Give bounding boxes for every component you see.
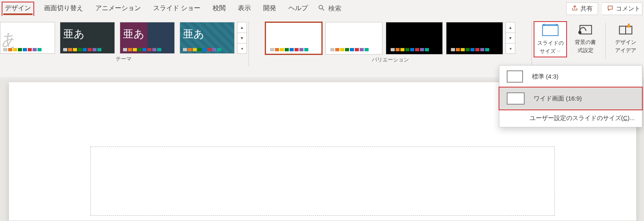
content-placeholder[interactable]	[90, 147, 555, 216]
theme-swatches	[183, 48, 221, 51]
format-background-label-1: 背景の書	[575, 39, 596, 46]
tab-animations[interactable]: アニメーション	[93, 2, 143, 16]
group-themes-label: テーマ	[116, 54, 132, 63]
svg-point-7	[579, 31, 581, 34]
theme-thumb[interactable]: 亜あ	[180, 22, 235, 54]
slide-size-widescreen-label: ワイド画面 (16:9)	[534, 95, 582, 103]
svg-rect-2	[543, 26, 558, 36]
tab-review[interactable]: 校閲	[210, 2, 228, 16]
variation-thumb[interactable]	[325, 22, 382, 55]
design-ideas-icon	[616, 23, 635, 38]
slide-size-standard-icon	[507, 70, 523, 83]
theme-scroll-down[interactable]: ▼	[237, 33, 247, 43]
svg-point-0	[319, 5, 323, 9]
topbar-right-buttons: 共有 コメント	[566, 2, 642, 15]
slide-size-button[interactable]: スライドの サイズ ﹀	[534, 21, 567, 57]
slide-size-custom[interactable]: ユーザー設定のスライドのサイズ(C)...	[499, 109, 642, 127]
theme-thumb[interactable]: 亜あ	[120, 22, 175, 54]
comment-icon	[607, 5, 613, 13]
share-label: 共有	[580, 5, 593, 13]
variation-swatches	[330, 48, 369, 51]
slide-size-standard-label: 標準 (4:3)	[532, 73, 558, 81]
format-background-label-2: 式設定	[578, 47, 593, 54]
slide-size-icon	[541, 24, 560, 39]
variation-gallery-scroll: ▲ ▼ ▾	[506, 22, 515, 54]
theme-thumb[interactable]: 亜あ	[60, 22, 115, 54]
theme-thumb-title: 亜あ	[123, 27, 145, 41]
chevron-down-icon: ﹀	[557, 49, 561, 54]
theme-thumb-title: 亜あ	[183, 27, 204, 41]
group-variations-label: バリエーション	[372, 55, 409, 63]
variation-swatches	[391, 48, 429, 51]
theme-gallery-scroll: ▲ ▼ ▾	[237, 22, 247, 54]
tab-transitions[interactable]: 画面切り替え	[42, 2, 86, 16]
share-icon	[571, 5, 578, 13]
slide-size-custom-label: ユーザー設定のスライドのサイズ(C)...	[530, 114, 635, 122]
slide-size-widescreen-icon	[507, 92, 525, 105]
theme-thumb-title: 亜あ	[63, 27, 85, 41]
tab-slideshow[interactable]: スライド ショー	[151, 2, 203, 16]
variation-gallery-expand[interactable]: ▾	[506, 43, 515, 54]
search-placeholder: 検索	[328, 4, 341, 13]
variation-thumb[interactable]	[386, 22, 443, 55]
search-box[interactable]: 検索	[318, 4, 341, 13]
variation-scroll-up[interactable]: ▲	[506, 22, 515, 33]
theme-gallery-expand[interactable]: ▾	[237, 43, 247, 54]
comment-button[interactable]: コメント	[602, 2, 642, 15]
slide-size-menu: 標準 (4:3) ワイド画面 (16:9) ユーザー設定のスライドのサイズ(C)…	[499, 65, 642, 127]
slide-size-label-2: サイズ ﹀	[540, 48, 561, 55]
theme-thumb-title: あ	[2, 28, 14, 51]
variation-swatches	[451, 48, 489, 51]
variation-gallery	[265, 20, 503, 55]
svg-line-1	[323, 9, 325, 11]
theme-thumb[interactable]: あ	[0, 22, 55, 54]
group-themes: あ 亜あ 亜あ 亜あ ▲ ▼ ▾	[0, 17, 248, 78]
design-ideas-label-1: デザイン	[615, 39, 636, 46]
tab-help[interactable]: ヘルプ	[286, 2, 310, 16]
theme-gallery: あ 亜あ 亜あ 亜あ	[0, 20, 235, 54]
slide-size-widescreen[interactable]: ワイド画面 (16:9)	[499, 87, 643, 110]
design-ideas-label-2: アイデア	[615, 47, 636, 54]
format-background-button[interactable]: 背景の書 式設定	[569, 21, 602, 56]
ribbon-tabstrip: デザイン 画面切り替え アニメーション スライド ショー 校閲 表示 開発 ヘル…	[0, 0, 644, 17]
ribbon-separator	[605, 23, 606, 59]
tab-view[interactable]: 表示	[235, 2, 253, 16]
tab-design[interactable]: デザイン	[2, 2, 34, 16]
slide-size-label-1: スライドの	[537, 39, 564, 47]
variation-scroll-down[interactable]: ▼	[506, 33, 515, 43]
theme-swatches	[63, 48, 101, 51]
theme-swatches	[3, 48, 42, 51]
format-background-icon	[576, 23, 595, 38]
design-ideas-button[interactable]: デザイン アイデア	[609, 21, 642, 56]
variation-thumb[interactable]	[265, 22, 322, 55]
comment-label: コメント	[616, 5, 640, 13]
share-button[interactable]: 共有	[566, 2, 598, 15]
variation-swatches	[270, 48, 308, 51]
slide-size-standard[interactable]: 標準 (4:3)	[499, 66, 642, 88]
theme-scroll-up[interactable]: ▲	[237, 22, 247, 33]
search-icon	[318, 4, 325, 13]
group-variations: ▲ ▼ ▾ バリエーション	[249, 17, 532, 78]
tab-developer[interactable]: 開発	[261, 2, 279, 16]
theme-swatches	[123, 48, 161, 51]
variation-thumb[interactable]	[446, 22, 503, 55]
